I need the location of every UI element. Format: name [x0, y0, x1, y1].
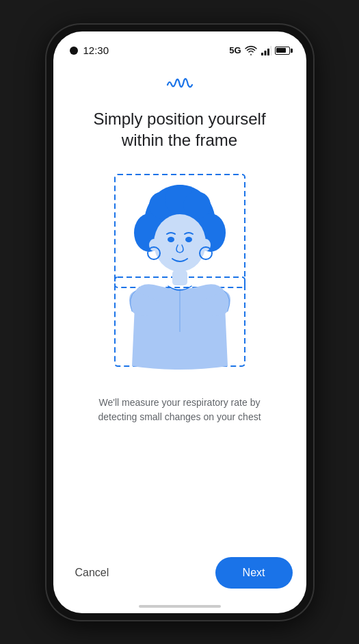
- network-type: 5G: [229, 45, 241, 55]
- page-title: Simply position yourself within the fram…: [74, 108, 286, 151]
- phone-screen: 12:30 5G: [53, 31, 306, 613]
- phone-shell: 12:30 5G: [46, 25, 313, 620]
- svg-rect-0: [261, 53, 263, 55]
- bottom-actions: Cancel Next: [53, 546, 306, 605]
- home-bar: [139, 605, 221, 608]
- description-text: We'll measure your respiratory rate by d…: [88, 396, 272, 424]
- cancel-button[interactable]: Cancel: [67, 561, 118, 584]
- status-left: 12:30: [70, 44, 109, 56]
- svg-rect-2: [267, 49, 269, 55]
- status-bar: 12:30 5G: [53, 31, 306, 62]
- svg-point-17: [168, 237, 174, 242]
- main-content: Simply position yourself within the fram…: [53, 62, 306, 546]
- status-time: 12:30: [83, 44, 109, 56]
- battery-fill: [276, 48, 286, 53]
- svg-point-12: [154, 214, 206, 272]
- app-logo: [166, 75, 194, 97]
- svg-rect-1: [264, 51, 266, 55]
- svg-rect-3: [270, 46, 271, 55]
- camera-dot: [70, 47, 78, 55]
- illustration: [94, 171, 265, 376]
- next-button[interactable]: Next: [215, 557, 293, 589]
- wifi-icon: [245, 46, 257, 55]
- svg-rect-19: [172, 270, 187, 285]
- status-right: 5G: [229, 45, 289, 55]
- svg-point-11: [183, 192, 211, 219]
- signal-icon: [261, 46, 271, 55]
- battery-icon: [275, 47, 290, 55]
- svg-point-14: [201, 239, 211, 251]
- svg-point-18: [185, 237, 192, 242]
- svg-point-13: [149, 239, 159, 251]
